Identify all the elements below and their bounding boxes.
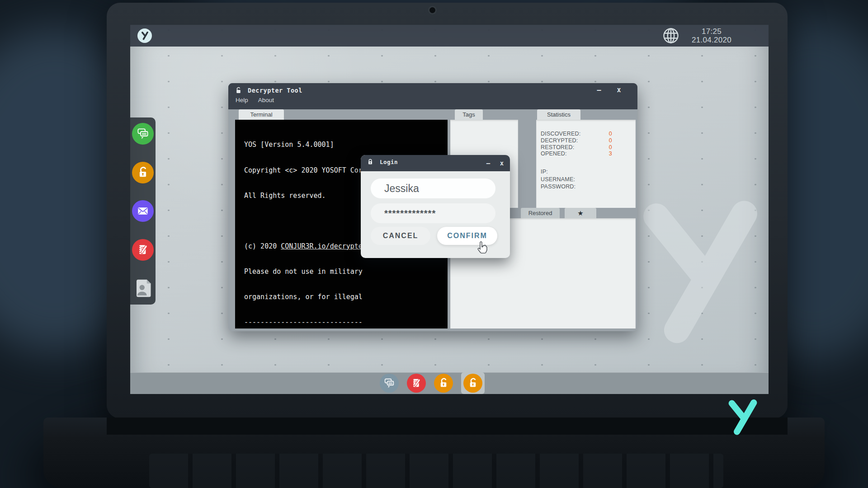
window-title: Decrypter Tool [248,87,302,94]
terminal-line: ----------------------------- [244,318,445,327]
terminal-line: organizations, or for illegal [244,293,445,301]
notepad-icon [410,376,423,390]
stat-value: 0 [609,137,612,144]
password-input[interactable] [371,203,495,223]
sidebar-item-contacts[interactable] [132,277,154,299]
statistics-panel: DISCOVERED:0 DECRYPTED:0 RESTORED:0 OPEN… [536,120,636,208]
stat-value: 0 [609,144,612,151]
terminal-link[interactable]: CONJUR3R.io/decrypte [281,242,363,250]
taskbar-active-highlight[interactable] [461,372,485,394]
stat-row: DECRYPTED:0 [536,137,636,144]
stat-row: OPENED:3 [536,150,636,157]
mail-icon [135,203,151,219]
close-button[interactable]: x [613,85,625,95]
sidebar-item-messenger[interactable] [132,123,154,145]
notepad-icon [135,242,151,258]
terminal-line: Please do not use in military [244,267,445,276]
chat-bubbles-icon [382,376,396,390]
os-menu-button[interactable] [137,28,152,43]
webcam [429,7,435,13]
tab-restored[interactable]: Restored [521,208,560,218]
laptop-screen: 17:25 21.04.2020 [130,25,769,394]
chat-bubbles-icon [135,126,151,141]
sidebar-item-decrypter[interactable] [132,162,154,183]
clock: 17:25 21.04.2020 [684,27,739,44]
field-label: USERNAME: [536,176,636,183]
stat-row: RESTORED:0 [536,144,636,151]
unlock-icon [437,376,450,390]
taskbar-item-decrypter[interactable] [434,374,453,393]
sidebar-dock [130,117,156,305]
tab-statistics[interactable]: Statistics [537,109,580,120]
contact-file-icon [133,278,152,299]
desktop-y-watermark [636,191,765,359]
login-titlebar[interactable]: Login — x [361,155,510,171]
taskbar [130,372,769,394]
close-button[interactable]: x [496,158,507,168]
globe-icon[interactable] [662,27,680,45]
lock-icon [367,158,374,165]
tab-tags[interactable]: Tags [455,109,483,120]
terminal-line: YOS [Version 5.4.0001] [244,141,445,149]
menu-help[interactable]: Help [236,97,248,103]
stat-row: DISCOVERED:0 [536,131,636,137]
dialog-title: Login [380,159,398,165]
minimize-button[interactable]: — [483,158,494,168]
cancel-button[interactable]: CANCEL [371,227,430,245]
minimize-button[interactable]: — [593,85,605,95]
field-label: IP: [536,169,636,176]
clock-time: 17:25 [684,27,739,36]
taskbar-item-messenger[interactable] [380,374,399,393]
field-label: PASSWORD: [536,183,636,191]
stat-value: 3 [609,150,612,157]
taskbar-item-notes[interactable] [407,374,426,393]
unlock-icon [466,376,480,390]
laptop-hinge [107,418,788,435]
taskbar-item-decrypter-login[interactable] [463,374,482,393]
laptop-keyboard [149,454,723,488]
decrypter-titlebar[interactable]: Decrypter Tool — x Help About [228,83,637,109]
tab-favorites-star[interactable]: ★ [565,208,596,218]
unlock-icon [235,86,242,94]
tab-terminal[interactable]: Terminal [239,109,284,120]
clock-date: 21.04.2020 [684,36,739,44]
laptop-brand-logo [726,399,760,436]
stat-value: 0 [609,131,612,137]
menu-about[interactable]: About [258,97,274,103]
username-input[interactable] [371,178,495,198]
unlock-icon [135,165,151,180]
sidebar-item-notes[interactable] [132,239,154,261]
sidebar-item-mail[interactable] [132,200,154,222]
hand-cursor [476,241,489,255]
y-logo-icon [141,32,149,40]
topbar: 17:25 21.04.2020 [130,25,769,47]
